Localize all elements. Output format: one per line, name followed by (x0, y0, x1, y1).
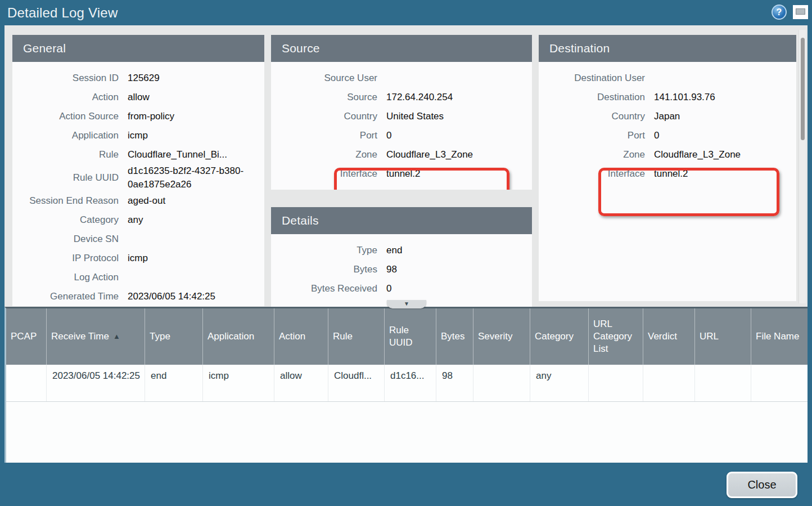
details-panel-body: Typeend Bytes98 Bytes Received0 (271, 234, 532, 298)
field-value: 2023/06/05 14:42:25 (128, 290, 258, 303)
column-header-url[interactable]: URL (695, 308, 751, 365)
cell-bytes: 98 (436, 365, 473, 401)
field-row-device-sn: Device SN (12, 230, 264, 249)
field-label: Session End Reason (12, 195, 128, 207)
field-label: Log Action (12, 272, 128, 283)
field-label: Port (539, 130, 654, 141)
field-label: Bytes Received (271, 283, 386, 294)
field-label: Bytes (271, 264, 386, 275)
field-row-rule-uuid: Rule UUIDd1c16235-b2f2-4327-b380-0ae1875… (12, 164, 264, 191)
field-row-country: CountryUnited States (271, 107, 532, 126)
field-row-ip-protocol: IP Protocolicmp (12, 249, 264, 268)
field-label: Action Source (12, 111, 128, 122)
field-value: allow (128, 91, 258, 104)
field-label: Session ID (12, 73, 128, 84)
vertical-scrollbar[interactable] (799, 30, 806, 303)
field-row-port: Port0 (271, 126, 532, 145)
cell-verdict (643, 365, 695, 401)
cell-rule-uuid: d1c16... (385, 365, 436, 401)
field-label: Destination User (539, 73, 654, 84)
details-panel-header: Details (271, 207, 532, 234)
field-value: icmp (128, 252, 258, 265)
field-value: tunnel.2 (654, 167, 790, 181)
column-header-action[interactable]: Action (274, 308, 328, 365)
field-row-rule: RuleCloudflare_Tunnel_Bi... (12, 145, 264, 164)
general-panel-header: General (12, 35, 264, 62)
field-row-action: Actionallow (12, 88, 264, 107)
field-value: 125629 (128, 71, 258, 85)
cell-type: end (145, 365, 203, 401)
field-row-destination: Destination141.101.93.76 (539, 88, 796, 107)
field-label: Country (271, 111, 386, 122)
log-table-row[interactable]: 2023/06/05 14:42:25 end icmp allow Cloud… (6, 365, 808, 402)
field-row-bytes-received: Bytes Received0 (271, 279, 532, 298)
source-panel: Source Source User Source172.64.240.254 … (271, 35, 532, 190)
field-value: 0 (654, 129, 790, 142)
field-value: any (128, 213, 258, 227)
collapse-panel-handle[interactable]: ▼ (387, 300, 426, 308)
cell-file-name (751, 365, 808, 401)
field-value: icmp (128, 129, 258, 142)
scrollbar-thumb[interactable] (801, 38, 805, 140)
field-value: tunnel.2 (386, 167, 525, 181)
field-label: Rule (12, 149, 128, 160)
column-header-verdict[interactable]: Verdict (643, 308, 695, 365)
column-header-pcap[interactable]: PCAP (6, 308, 47, 365)
column-header-label: Receive Time (51, 330, 109, 343)
field-value: Cloudflare_L3_Zone (654, 148, 790, 162)
field-value: aged-out (128, 194, 258, 208)
window-restore-icon[interactable] (793, 5, 808, 19)
column-header-url-category-list[interactable]: URL Category List (589, 308, 643, 365)
field-value: 0 (386, 129, 525, 142)
field-label: Source User (271, 73, 386, 84)
cell-rule: Cloudfl... (328, 365, 385, 401)
field-row-interface: Interfacetunnel.2 (539, 164, 796, 183)
source-panel-body: Source User Source172.64.240.254 Country… (271, 62, 532, 183)
log-table: PCAP Receive Time▲ Type Application Acti… (4, 307, 808, 463)
column-header-file-name[interactable]: File Name (751, 308, 808, 365)
field-value: 172.64.240.254 (386, 91, 525, 104)
column-header-rule[interactable]: Rule (328, 308, 385, 365)
column-header-category[interactable]: Category (530, 308, 589, 365)
field-label: Source (271, 92, 386, 103)
cell-url (695, 365, 751, 401)
column-header-application[interactable]: Application (203, 308, 274, 365)
column-header-rule-uuid[interactable]: Rule UUID (385, 308, 436, 365)
window-restore-icon-glyph (796, 8, 805, 15)
column-header-type[interactable]: Type (145, 308, 203, 365)
destination-panel-body: Destination User Destination141.101.93.7… (539, 62, 796, 183)
field-label: Rule UUID (12, 172, 128, 183)
field-row-interface: Interfacetunnel.2 (271, 164, 532, 183)
field-label: Type (271, 245, 386, 256)
field-value: Cloudflare_Tunnel_Bi... (128, 148, 258, 162)
field-label: IP Protocol (12, 253, 128, 264)
field-label: Country (539, 111, 654, 122)
close-button[interactable]: Close (727, 472, 797, 498)
dialog-titlebar: Detailed Log View ? (0, 0, 812, 25)
field-label: Interface (539, 168, 654, 180)
field-value: Japan (654, 110, 790, 123)
cell-receive-time: 2023/06/05 14:42:25 (47, 365, 145, 401)
help-icon[interactable]: ? (772, 5, 787, 20)
field-value: 141.101.93.76 (654, 91, 790, 104)
column-header-bytes[interactable]: Bytes (436, 308, 473, 365)
field-row-action-source: Action Sourcefrom-policy (12, 107, 264, 126)
field-label: Zone (539, 149, 654, 160)
field-label: Device SN (12, 234, 128, 245)
field-label: Application (12, 130, 128, 141)
field-label: Zone (271, 149, 386, 160)
field-value: 98 (386, 263, 525, 276)
field-value: United States (386, 110, 525, 123)
field-value: from-policy (128, 110, 258, 123)
column-header-severity[interactable]: Severity (473, 308, 530, 365)
field-label: Category (12, 214, 128, 226)
column-header-receive-time[interactable]: Receive Time▲ (47, 308, 145, 365)
field-value: end (386, 244, 525, 257)
field-row-country: CountryJapan (539, 107, 796, 126)
field-row-category: Categoryany (12, 211, 264, 230)
details-panel: Details Typeend Bytes98 Bytes Received0 (271, 207, 532, 307)
field-row-destination-user: Destination User (539, 69, 796, 88)
field-row-application: Applicationicmp (12, 126, 264, 145)
sort-ascending-icon: ▲ (113, 330, 120, 343)
cell-url-category-list (589, 365, 643, 401)
